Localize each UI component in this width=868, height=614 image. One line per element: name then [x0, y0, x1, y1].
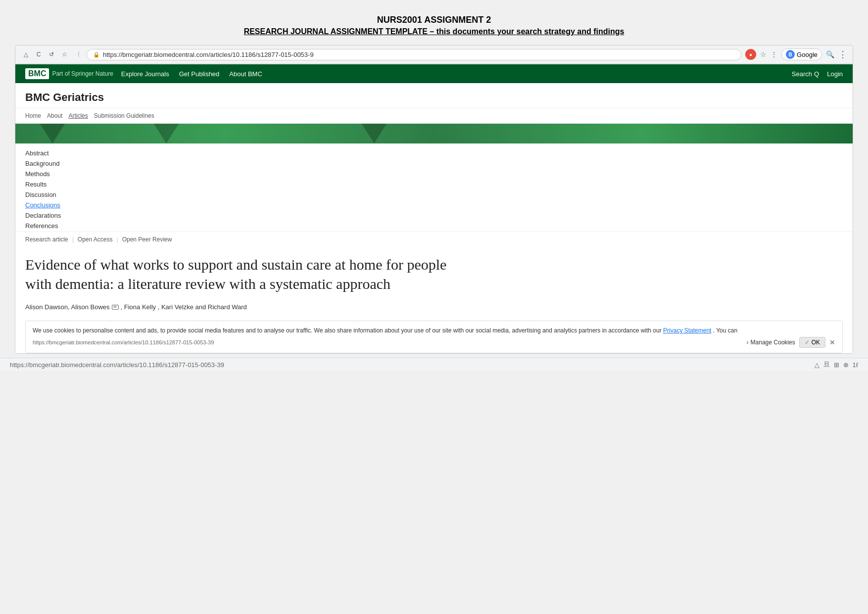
article-main-title: Evidence of what works to support and su…: [25, 255, 471, 293]
search-label: Search: [792, 70, 812, 78]
bmc-logo: BMC Part of Springer Nature: [25, 68, 113, 79]
springer-text: Part of Springer Nature: [52, 70, 113, 77]
nav-buttons: △ C ↺ ☆ 〈: [20, 49, 83, 60]
extension-icon[interactable]: ⋮: [771, 50, 777, 58]
article-title-section: Evidence of what works to support and su…: [15, 247, 853, 298]
article-nav: Abstract Background Methods Results Disc…: [15, 143, 853, 232]
status-url: https://bmcgeriatr.biomedcentral.com/art…: [10, 361, 224, 369]
green-image-bar: [15, 124, 853, 143]
ok-button[interactable]: ✓ OK: [799, 337, 825, 348]
nav-background[interactable]: Background: [25, 160, 843, 167]
forward-button[interactable]: ☆: [59, 49, 70, 60]
nav-abstract[interactable]: Abstract: [25, 149, 843, 157]
bmc-search-button[interactable]: Search Q: [792, 70, 819, 78]
status-icon-4: ⊕: [843, 361, 849, 369]
menu-icon[interactable]: ⋮: [838, 49, 848, 60]
journal-title: BMC Geriatrics: [25, 91, 843, 104]
badge-access: Open Access: [78, 236, 113, 243]
bmc-nav-right: Search Q Login: [792, 70, 843, 78]
address-bar[interactable]: 🔒 https://bmcgeriatr.biomedcentral.com/a…: [87, 49, 741, 60]
nav-link-explore[interactable]: Explore Journals: [121, 70, 169, 78]
status-right: △ 旦 ⊞ ⊕ 1ℓ: [815, 360, 858, 369]
browser-window: △ C ↺ ☆ 〈 🔒 https://bmcgeriatr.biomedcen…: [15, 45, 853, 354]
article-authors: Alison Dawson, Alison Bowes ✉ , Fiona Ke…: [15, 298, 853, 316]
assignment-header: NURS2001 ASSIGNMENT 2 RESEARCH JOURNAL A…: [0, 0, 868, 41]
authors-rest: , Fiona Kelly , Kari Velzke and Richard …: [121, 303, 247, 311]
breadcrumb-home[interactable]: Home: [25, 112, 41, 119]
breadcrumb-articles[interactable]: Articles: [68, 112, 88, 119]
manage-arrow-icon: ›: [747, 339, 749, 346]
cookie-banner-bottom: https://bmcgeriatr.biomedcentral.com/art…: [33, 337, 835, 348]
google-search-box[interactable]: B Google: [781, 48, 822, 60]
status-bar: https://bmcgeriatr.biomedcentral.com/art…: [0, 358, 868, 371]
nav-results[interactable]: Results: [25, 181, 843, 188]
home-button[interactable]: △: [20, 49, 31, 60]
nav-references[interactable]: References: [25, 222, 843, 230]
email-icon: ✉: [112, 305, 119, 310]
bmc-logo-area: BMC Part of Springer Nature Explore Jour…: [25, 68, 262, 79]
nav-link-publish[interactable]: Get Published: [179, 70, 220, 78]
nav-link-about[interactable]: About BMC: [229, 70, 262, 78]
cookie-text: We use cookies to personalise content an…: [33, 326, 835, 335]
breadcrumb: Home About Articles Submission Guideline…: [15, 108, 853, 124]
profile-icon[interactable]: ●: [745, 49, 756, 60]
nav-methods[interactable]: Methods: [25, 170, 843, 178]
status-icon-2: 旦: [823, 360, 830, 369]
divider-2: |: [117, 236, 118, 243]
privacy-link[interactable]: Privacy Statement: [663, 327, 711, 334]
google-icon: B: [786, 50, 795, 59]
assignment-title: NURS2001 ASSIGNMENT 2: [10, 15, 858, 25]
breadcrumb-about[interactable]: About: [47, 112, 62, 119]
badge-type: Research article: [25, 236, 68, 243]
cookie-banner: We use cookies to personalise content an…: [25, 321, 843, 353]
refresh-button[interactable]: ↺: [46, 49, 57, 60]
badge-review: Open Peer Review: [122, 236, 172, 243]
website-content: BMC Part of Springer Nature Explore Jour…: [15, 64, 853, 353]
cookie-actions: › Manage Cookies ✓ OK ✕: [747, 337, 835, 348]
cookie-text-before: We use cookies to personalise content an…: [33, 327, 662, 334]
bookmark-icon[interactable]: ☆: [760, 50, 767, 58]
ok-label: OK: [812, 339, 820, 346]
search-q-icon: Q: [814, 70, 819, 78]
back-button[interactable]: C: [33, 49, 44, 60]
search-icon[interactable]: 🔍: [826, 50, 834, 58]
nav-arrow[interactable]: 〈: [72, 49, 83, 60]
breadcrumb-submission[interactable]: Submission Guidelines: [94, 112, 154, 119]
cookie-text-after: . You can: [713, 327, 737, 334]
close-cookie-button[interactable]: ✕: [829, 338, 835, 346]
assignment-subtitle: RESEARCH JOURNAL ASSIGNMENT TEMPLATE – t…: [10, 27, 858, 36]
url-text: https://bmcgeriatr.biomedcentral.com/art…: [103, 51, 735, 58]
status-icon-5: 1ℓ: [853, 361, 858, 369]
bmc-navbar: BMC Part of Springer Nature Explore Jour…: [15, 64, 853, 83]
cookie-url: https://bmcgeriatr.biomedcentral.com/art…: [33, 338, 214, 347]
bmc-login-button[interactable]: Login: [827, 70, 843, 78]
authors-text: Alison Dawson, Alison Bowes: [25, 303, 110, 311]
browser-toolbar: △ C ↺ ☆ 〈 🔒 https://bmcgeriatr.biomedcen…: [15, 46, 853, 64]
status-icon-3: ⊞: [834, 361, 839, 369]
google-label: Google: [797, 51, 818, 58]
manage-cookies-button[interactable]: › Manage Cookies: [747, 339, 795, 346]
journal-header: BMC Geriatrics: [15, 83, 853, 108]
status-left: https://bmcgeriatr.biomedcentral.com/art…: [10, 361, 224, 369]
ok-check-icon: ✓: [805, 339, 810, 346]
nav-discussion[interactable]: Discussion: [25, 191, 843, 198]
status-icon-1: △: [815, 361, 820, 369]
manage-cookies-label: Manage Cookies: [751, 339, 795, 346]
nav-declarations[interactable]: Declarations: [25, 212, 843, 219]
article-badges: Research article | Open Access | Open Pe…: [15, 232, 853, 247]
bmc-nav-links: Explore Journals Get Published About BMC: [121, 70, 262, 78]
bmc-logo-text: BMC: [25, 68, 49, 79]
lock-icon: 🔒: [93, 51, 100, 58]
divider-1: |: [72, 236, 74, 243]
browser-right-controls: ● ☆ ⋮ B Google 🔍 ⋮: [745, 48, 848, 60]
nav-conclusions[interactable]: Conclusions: [25, 201, 843, 209]
